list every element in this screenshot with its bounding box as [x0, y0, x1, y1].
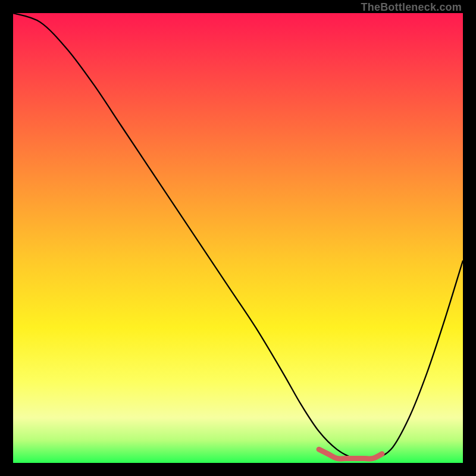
chart-frame	[13, 13, 463, 463]
optimal-range-marker	[319, 449, 382, 459]
bottleneck-curve-path	[13, 13, 463, 459]
chart-svg	[13, 13, 463, 463]
watermark-text: TheBottleneck.com	[361, 1, 462, 14]
